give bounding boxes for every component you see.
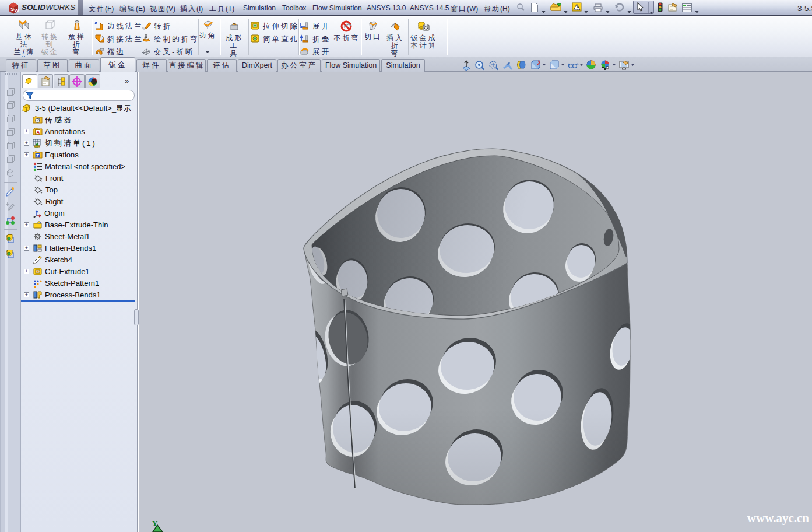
svg-text:Σ: Σ	[36, 153, 40, 159]
svg-text:W: W	[14, 8, 19, 13]
svg-text:A: A	[36, 130, 40, 135]
svg-text:www.ayc.cn: www.ayc.cn	[747, 511, 809, 525]
